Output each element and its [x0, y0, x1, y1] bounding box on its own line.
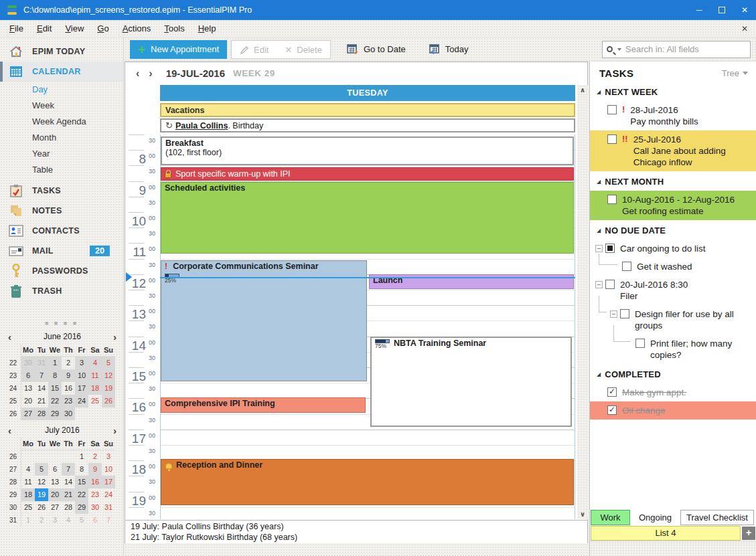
task-print-filer[interactable]: Print filer; how many copies?: [590, 335, 756, 364]
mini-calendar-day[interactable]: 31: [102, 501, 115, 514]
mini-calendar-day[interactable]: 16: [62, 382, 75, 395]
task-checkbox[interactable]: [635, 339, 645, 348]
mini-calendar-day[interactable]: 5: [75, 514, 88, 527]
event-corporate-seminar[interactable]: ! Corporate Communications Seminar 25%: [161, 260, 367, 381]
task-group-next-week[interactable]: ◢ NEXT WEEK: [590, 82, 756, 101]
mini-calendar-day[interactable]: 11: [88, 369, 102, 382]
mini-calendar-day[interactable]: 10: [75, 369, 88, 382]
allday-event-vacations[interactable]: Vacations: [160, 103, 575, 117]
mini-calendar-day[interactable]: 12: [102, 369, 115, 382]
mini-calendar-day[interactable]: 23: [88, 488, 102, 501]
next-day-button[interactable]: ›: [149, 68, 152, 80]
mini-calendar-day[interactable]: 24: [75, 395, 88, 407]
collapse-expander-icon[interactable]: [595, 245, 603, 252]
mini-calendar-day[interactable]: 17: [75, 382, 88, 395]
sidebar-item-tasks[interactable]: TASKS: [0, 181, 123, 201]
mini-calendar-day[interactable]: 29: [75, 501, 88, 514]
mini-calendar-day[interactable]: 28: [35, 407, 48, 420]
mini-calendar-day[interactable]: 6: [48, 463, 62, 476]
mini-calendar-day[interactable]: 3: [75, 357, 88, 369]
delete-button[interactable]: ✕ Delete: [277, 41, 329, 60]
event-ipi-training[interactable]: Comprehensive IPI Training: [161, 397, 366, 413]
mini-calendar-day[interactable]: 13: [21, 382, 35, 395]
task-oil-change[interactable]: Oil change: [590, 401, 756, 420]
mini-calendar-day[interactable]: 18: [21, 488, 35, 501]
sidebar-item-passwords[interactable]: PASSWORDS: [0, 261, 123, 281]
task-group-next-month[interactable]: ◢ NEXT MONTH: [590, 171, 756, 191]
view-mode-dropdown[interactable]: Tree: [722, 68, 748, 78]
mini-calendar-day[interactable]: 7: [102, 514, 115, 527]
mini-calendar-day[interactable]: 2: [62, 357, 75, 369]
mini-calendar-day[interactable]: 27: [21, 407, 35, 420]
mini-calendar-day[interactable]: 10: [102, 463, 115, 476]
task-get-it-washed[interactable]: Get it washed: [590, 258, 756, 276]
sidebar-splitter[interactable]: ■ ■ ■ ■: [0, 318, 123, 328]
sidebar-item-table[interactable]: Table: [0, 162, 123, 178]
go-to-date-button[interactable]: Go to Date: [339, 40, 414, 59]
task-checkbox[interactable]: [607, 195, 617, 204]
minimize-button[interactable]: ─: [688, 0, 710, 20]
mini-calendar-day[interactable]: 16: [88, 476, 102, 488]
mini-calendar-day[interactable]: 7: [62, 463, 75, 476]
chevron-down-icon[interactable]: [617, 48, 621, 51]
search-input[interactable]: [625, 44, 746, 54]
next-month-icon[interactable]: ›: [107, 425, 117, 436]
prev-day-button[interactable]: ‹: [136, 68, 139, 80]
day-grid[interactable]: Breakfast (102, first floor) Sport speci…: [125, 134, 577, 519]
close-button[interactable]: ✕: [733, 0, 756, 20]
mini-calendar-day[interactable]: 7: [35, 369, 48, 382]
new-appointment-button[interactable]: + New Appointment: [130, 40, 227, 59]
mini-calendar-day[interactable]: 1: [75, 450, 88, 463]
allday-event-birthday[interactable]: ↻ Paula Collins . Birthday: [160, 118, 575, 132]
sidebar-item-contacts[interactable]: CONTACTS: [0, 221, 123, 241]
mini-calendar-day[interactable]: 5: [102, 357, 115, 369]
task-checkbox[interactable]: [607, 405, 617, 415]
mini-calendar-day[interactable]: 19: [35, 488, 48, 501]
mini-calendar-day[interactable]: 22: [48, 395, 62, 407]
mini-calendar-day[interactable]: 20: [48, 488, 62, 501]
prev-month-icon[interactable]: ‹: [8, 425, 17, 436]
mini-calendar-day[interactable]: 3: [102, 450, 115, 463]
task-checkbox[interactable]: [605, 280, 615, 289]
mini-calendar-day[interactable]: 15: [48, 382, 62, 395]
menu-actions[interactable]: Actions: [116, 21, 158, 36]
mini-calendar-day[interactable]: 4: [62, 514, 75, 527]
add-list-button[interactable]: +: [742, 527, 755, 540]
task-checkbox[interactable]: [607, 387, 617, 397]
menu-go[interactable]: Go: [90, 21, 115, 36]
mini-calendar-day[interactable]: 6: [21, 369, 35, 382]
sidebar-item-trash[interactable]: TRASH: [0, 281, 123, 301]
mini-calendar-day[interactable]: 9: [88, 463, 102, 476]
event-breakfast[interactable]: Breakfast (102, first floor): [161, 136, 574, 165]
mini-calendar-day[interactable]: 25: [88, 395, 102, 407]
sidebar-item-month[interactable]: Month: [0, 130, 123, 146]
mini-calendar-day[interactable]: 13: [48, 476, 62, 488]
task-checkbox[interactable]: [620, 309, 629, 318]
search-box[interactable]: [602, 41, 751, 58]
task-group-completed[interactable]: ◢ COMPLETED: [590, 364, 756, 383]
menubar-close-icon[interactable]: ✕: [741, 24, 748, 33]
mini-calendar-day[interactable]: 9: [62, 369, 75, 382]
task-call-jane[interactable]: !! 25-Jul-2016 Call Jane about adding Ch…: [590, 130, 756, 171]
event-sport-warmup[interactable]: Sport specific warm-up with IPI: [161, 167, 574, 181]
mini-calendar-day[interactable]: 4: [21, 463, 35, 476]
mini-calendar-day[interactable]: 8: [75, 463, 88, 476]
mini-calendar-day[interactable]: 14: [62, 476, 75, 488]
menu-view[interactable]: View: [58, 21, 90, 36]
mini-calendar-day[interactable]: 2: [35, 514, 48, 527]
sidebar-item-day[interactable]: Day: [0, 82, 123, 98]
mini-calendar-day[interactable]: 30: [88, 501, 102, 514]
collapse-expander-icon[interactable]: [610, 310, 617, 318]
mini-calendar-day[interactable]: 30: [21, 357, 35, 369]
mini-calendar-day[interactable]: 19: [102, 382, 115, 395]
task-pay-monthly-bills[interactable]: ! 28-Jul-2016 Pay monthly bills: [590, 101, 756, 130]
mini-calendar-day[interactable]: 27: [48, 501, 62, 514]
task-checkbox[interactable]: [607, 134, 617, 144]
next-month-icon[interactable]: ›: [107, 331, 117, 343]
menu-file[interactable]: File: [3, 21, 30, 36]
sidebar-item-epim-today[interactable]: EPIM TODAY: [0, 41, 123, 62]
task-group-no-due-date[interactable]: ◢ NO DUE DATE: [590, 220, 756, 240]
menu-tools[interactable]: Tools: [157, 21, 191, 36]
tab-ongoing[interactable]: Ongoing: [630, 510, 680, 525]
event-scheduled-activities[interactable]: Scheduled activities: [161, 182, 574, 254]
